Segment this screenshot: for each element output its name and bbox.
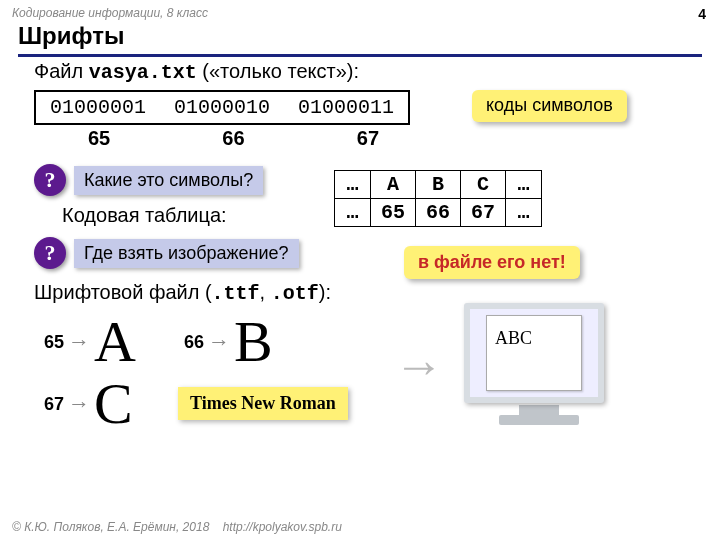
font-name-badge: Times New Roman [178, 387, 348, 420]
file-prefix: Файл [34, 60, 89, 82]
fontfile-line: Шрифтовой файл (.ttf, .otf): [34, 281, 694, 305]
binary-cell: 01000011 [284, 91, 409, 124]
question1-text: Какие это символы? [74, 166, 263, 195]
monitor-screen: ABC [464, 303, 604, 403]
subject-header: Кодирование информации, 8 класс [12, 6, 208, 20]
decimal-value: 66 [168, 127, 298, 150]
code-cell: … [506, 171, 542, 199]
fontfile-prefix: Шрифтовой файл ( [34, 281, 212, 303]
file-name: vasya.txt [89, 61, 197, 84]
page-title: Шрифты [18, 22, 702, 57]
page-number: 4 [698, 6, 706, 22]
badge-char-codes: коды символов [472, 90, 627, 122]
binary-cell: 01000010 [160, 91, 284, 124]
question-icon: ? [34, 164, 66, 196]
code-cell: A [371, 171, 416, 199]
file-line: Файл vasya.txt («только текст»): [34, 60, 694, 84]
fontfile-ext2: .otf [271, 282, 319, 305]
footer-url: http://kpolyakov.spb.ru [223, 520, 342, 534]
glyph-letter: C [94, 375, 133, 433]
code-cell: 67 [461, 199, 506, 227]
decimal-value: 65 [34, 127, 164, 150]
decimal-value: 67 [303, 127, 433, 150]
fontfile-mid: , [260, 281, 271, 303]
code-cell: 65 [371, 199, 416, 227]
glyph-code: 65 [44, 332, 64, 353]
footer: © К.Ю. Поляков, Е.А. Ерёмин, 2018 http:/… [12, 520, 342, 534]
arrow-icon: → [68, 329, 90, 355]
monitor-page: ABC [486, 315, 582, 391]
file-suffix: («только текст»): [197, 60, 359, 82]
fontfile-suffix: ): [319, 281, 331, 303]
glyph-letter: A [94, 313, 136, 371]
decimal-row: 65 66 67 [34, 127, 694, 150]
glyph-letter: B [234, 313, 273, 371]
monitor-illustration: ABC [464, 303, 614, 433]
footer-copyright: © К.Ю. Поляков, Е.А. Ерёмин, 2018 [12, 520, 209, 534]
badge-not-in-file: в файле его нет! [404, 246, 580, 279]
code-cell: … [506, 199, 542, 227]
code-cell: C [461, 171, 506, 199]
glyph-item: 66 → B [184, 313, 273, 371]
arrow-icon: → [68, 391, 90, 417]
code-cell: 66 [416, 199, 461, 227]
monitor-stand [519, 405, 559, 415]
glyph-code: 66 [184, 332, 204, 353]
glyph-item: 65 → A [44, 313, 136, 371]
arrow-icon: → [208, 329, 230, 355]
monitor-base [499, 415, 579, 425]
glyph-code: 67 [44, 394, 64, 415]
big-arrow-icon: → [394, 337, 444, 395]
glyph-item: 67 → C [44, 375, 133, 433]
code-cell: B [416, 171, 461, 199]
glyph-area: 65 → A 66 → B 67 → C Times New Roman → A… [34, 309, 694, 449]
code-cell: … [335, 171, 371, 199]
binary-table: 01000001 01000010 01000011 [34, 90, 410, 125]
question2-text: Где взять изображение? [74, 239, 299, 268]
code-table: … A B C … … 65 66 67 … [334, 170, 542, 227]
binary-cell: 01000001 [35, 91, 160, 124]
code-cell: … [335, 199, 371, 227]
monitor-text: ABC [495, 328, 532, 349]
question-icon: ? [34, 237, 66, 269]
fontfile-ext1: .ttf [212, 282, 260, 305]
